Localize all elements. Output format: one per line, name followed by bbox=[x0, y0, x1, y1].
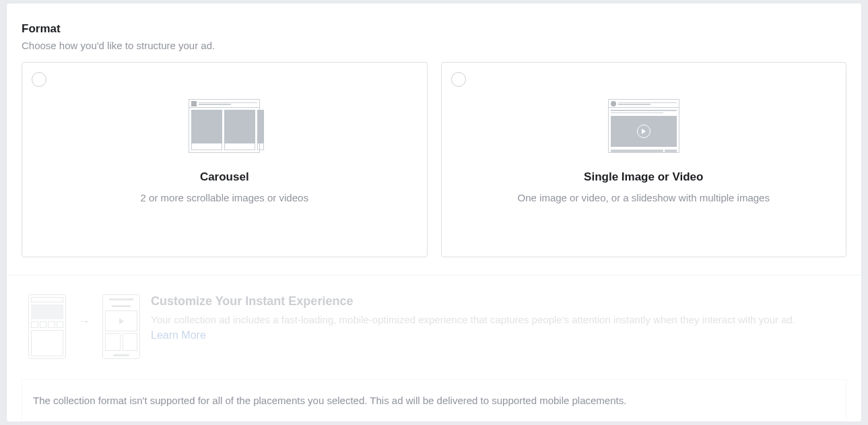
instant-desc-text: Your collection ad includes a fast-loadi… bbox=[151, 314, 795, 325]
format-option-single[interactable]: Single Image or Video One image or video… bbox=[441, 62, 847, 257]
format-options: Carousel 2 or more scrollable images or … bbox=[7, 62, 861, 275]
placement-notice: The collection format isn't supported fo… bbox=[22, 379, 846, 422]
phone-preview-icon bbox=[28, 294, 66, 359]
section-title: Format bbox=[22, 22, 846, 36]
instant-text: Customize Your Instant Experience Your c… bbox=[151, 294, 822, 343]
radio-icon[interactable] bbox=[32, 72, 46, 87]
panel-header: Format Choose how you'd like to structur… bbox=[7, 3, 861, 62]
format-option-carousel[interactable]: Carousel 2 or more scrollable images or … bbox=[22, 62, 428, 257]
arrow-icon: → bbox=[78, 315, 90, 329]
card-description: 2 or more scrollable images or videos bbox=[127, 192, 322, 203]
instant-experience-section: → Customize Your Instant Experience Your… bbox=[7, 275, 861, 371]
instant-description: Your collection ad includes a fast-loadi… bbox=[151, 313, 822, 343]
section-subtitle: Choose how you'd like to structure your … bbox=[22, 40, 846, 51]
phone-preview-icon bbox=[102, 294, 140, 359]
carousel-thumbnail-icon bbox=[189, 99, 260, 153]
radio-icon[interactable] bbox=[451, 72, 466, 87]
instant-title: Customize Your Instant Experience bbox=[151, 294, 822, 308]
card-description: One image or video, or a slideshow with … bbox=[504, 192, 783, 203]
card-body: Carousel 2 or more scrollable images or … bbox=[22, 63, 427, 257]
format-panel: Format Choose how you'd like to structur… bbox=[7, 3, 861, 422]
card-body: Single Image or Video One image or video… bbox=[442, 63, 846, 257]
single-media-thumbnail-icon bbox=[608, 99, 679, 153]
learn-more-link[interactable]: Learn More bbox=[151, 329, 206, 341]
card-title: Carousel bbox=[200, 170, 249, 184]
card-title: Single Image or Video bbox=[584, 170, 703, 184]
